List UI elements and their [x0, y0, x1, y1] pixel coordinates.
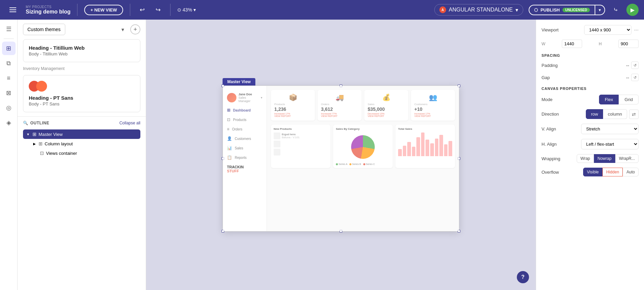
column-button[interactable]: column — [603, 109, 627, 119]
framework-chevron-icon: ▾ — [515, 7, 518, 13]
swap-direction-button[interactable]: ⇄ — [629, 110, 639, 119]
viewport-value-area: 1440 x 900 ··· — [584, 25, 639, 35]
row-button[interactable]: row — [586, 109, 603, 119]
zoom-icon: ⊙ — [177, 7, 181, 13]
preview-nav-reports: 📋 Reports — [223, 153, 267, 162]
direction-controls: row column ⇄ — [586, 109, 639, 119]
preview-nav-orders: ≡ Orders — [223, 124, 267, 134]
products-card-icon: 📦 — [274, 93, 312, 101]
publish-button[interactable]: ⬡ PUBLISH UNLICENSED — [529, 5, 595, 15]
theme2-circle2 — [36, 81, 47, 92]
chevron-right-icon: ▶ — [33, 142, 36, 146]
canvas-area: Master View Jane Doe — [146, 20, 536, 290]
redo-button[interactable]: ↪ — [153, 5, 163, 15]
w-input[interactable] — [562, 40, 582, 48]
views-container-icon: ⊡ — [40, 150, 44, 156]
publish-dropdown-button[interactable]: ▾ — [595, 5, 605, 15]
flex-button[interactable]: Flex — [599, 95, 619, 104]
preview-card-products: 📦 Products 1,236 Increased 17% VIEW REPO… — [271, 90, 315, 121]
outline-title: 🔍 OUTLINE — [23, 121, 49, 125]
outline-item-column-layout[interactable]: ▶ ⊞ Column layout — [30, 139, 140, 148]
new-view-button[interactable]: + NEW VIEW — [84, 5, 123, 15]
outline-header: 🔍 OUTLINE Collapse all — [23, 121, 140, 125]
undo-button[interactable]: ↩ — [137, 5, 147, 15]
preview-avatar — [227, 93, 236, 102]
sidebar-icon-data[interactable]: ≡ — [2, 71, 16, 85]
sidebar-icon-menu[interactable]: ☰ — [2, 22, 16, 36]
left-panel: Custom themes + Heading - Titillium Web … — [18, 20, 146, 290]
separator — [77, 4, 77, 16]
padding-reset-button[interactable]: ↺ — [631, 62, 639, 69]
framework-selector[interactable]: A ANGULAR STANDALONE ▾ — [434, 4, 523, 16]
padding-value: -- — [626, 63, 629, 68]
themes-section: Custom themes + Heading - Titillium Web … — [18, 20, 146, 117]
h-input[interactable] — [618, 40, 639, 48]
padding-row: Padding -- ↺ — [542, 62, 639, 69]
sidebar-icon-layers[interactable]: ⧉ — [2, 56, 16, 70]
share-button[interactable]: ⤷ — [611, 5, 621, 15]
canvas-frame[interactable]: Jane Doe Sales Manager ▾ ⊞ Dashboard ⊡ P… — [223, 86, 459, 232]
auto-button[interactable]: Auto — [623, 168, 639, 176]
preview-user-name: Jane Doe — [238, 93, 259, 96]
gap-reset-button[interactable]: ↺ — [631, 74, 639, 81]
sales-card-icon: 💰 — [368, 93, 405, 101]
sidebar-icon-plugins[interactable]: ⊠ — [2, 86, 16, 100]
outline-item-master-view[interactable]: ▼ ⊞ Master View — [23, 129, 140, 139]
project-title: Sizing demo blog — [26, 9, 70, 15]
pie-chart — [351, 135, 375, 159]
theme2-circles — [29, 81, 135, 92]
my-projects-label: MY PROJECTS — [26, 5, 70, 9]
zoom-chevron-icon: ▾ — [193, 7, 196, 13]
viewport-row: Viewport 1440 x 900 ··· — [542, 25, 639, 35]
nowrap-button[interactable]: Nowrap — [594, 154, 615, 163]
halign-select[interactable]: Left / flex-start — [581, 139, 639, 149]
preview-product-list: Ergud hens Batuna - V.101 — [274, 132, 328, 155]
valign-label: V. Align — [542, 126, 556, 131]
wraprev-button[interactable]: WrapR... — [615, 154, 639, 163]
sidebar-icon-components[interactable]: ⊞ — [2, 42, 16, 55]
gap-value: -- — [626, 75, 629, 80]
overflow-label: Overflow — [542, 170, 559, 175]
viewport-more-button[interactable]: ··· — [634, 27, 639, 33]
grid-button[interactable]: Grid — [619, 95, 639, 104]
theme-card-1: Heading - Titillium Web Body - Titillium… — [23, 39, 140, 62]
sidebar-divider — [4, 39, 14, 39]
direction-row: Direction row column ⇄ — [542, 109, 639, 119]
viewport-select[interactable]: 1440 x 900 — [584, 25, 631, 35]
valign-row: V. Align Stretch — [542, 124, 639, 134]
hamburger-icon[interactable] — [5, 5, 20, 15]
wrapping-row: Wrapping Wrap Nowrap WrapR... — [542, 154, 639, 163]
preview-nav-sales: 📊 Sales — [223, 143, 267, 153]
outline-item-views-container[interactable]: ⊡ Views container — [37, 148, 140, 158]
preview-logo: TRACKIN STUFF — [223, 162, 267, 176]
themes-add-button[interactable]: + — [130, 24, 140, 34]
sidebar-icon-palette[interactable]: ◈ — [2, 116, 16, 129]
theme1-body: Body - Titillium Web — [29, 51, 135, 56]
bar-chart — [398, 132, 452, 156]
canvas-props-title: CANVAS PROPERTIES — [542, 87, 639, 91]
theme2-body: Body - PT Sans — [29, 101, 135, 106]
help-button[interactable]: ? — [517, 271, 529, 283]
themes-header: Custom themes + — [23, 24, 140, 35]
preview-card-sales: 💰 Sales $35,000 Decreased 15% VIEW REPOR… — [364, 90, 408, 121]
preview-content: Jane Doe Sales Manager ▾ ⊞ Dashboard ⊡ P… — [223, 86, 459, 231]
right-panel: Viewport 1440 x 900 ··· W H SPACING Padd… — [536, 20, 644, 290]
visible-button[interactable]: Visible — [583, 168, 602, 176]
h-label: H — [599, 42, 602, 46]
hidden-button[interactable]: Hidden — [602, 168, 623, 176]
dashboard-icon: ⊞ — [227, 108, 230, 113]
valign-select[interactable]: Stretch — [581, 124, 639, 134]
collapse-all-button[interactable]: Collapse all — [119, 121, 140, 125]
wrap-buttons: Wrap Nowrap WrapR... — [577, 154, 639, 163]
mode-buttons: Flex Grid — [599, 95, 639, 104]
publish-badge: UNLICENSED — [562, 8, 590, 12]
topbar: MY PROJECTS Sizing demo blog + NEW VIEW … — [0, 0, 644, 20]
play-button[interactable]: ▶ — [626, 4, 639, 16]
sidebar-icon-comments[interactable]: ◎ — [2, 101, 16, 115]
mode-label: Mode — [542, 97, 553, 102]
wrap-button[interactable]: Wrap — [577, 154, 594, 163]
zoom-control[interactable]: ⊙ 43% ▾ — [177, 7, 196, 13]
preview-nav-customers: 👤 Customers — [223, 134, 267, 143]
themes-select[interactable]: Custom themes — [23, 24, 65, 35]
canvas-content: Master View Jane Doe — [223, 78, 459, 232]
